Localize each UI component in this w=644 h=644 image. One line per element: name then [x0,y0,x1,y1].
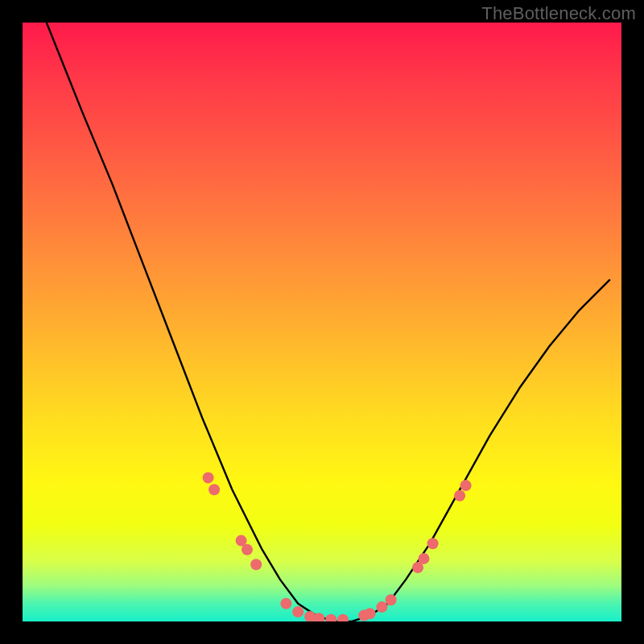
watermark-text: TheBottleneck.com [481,3,636,24]
curve-marker [365,608,376,619]
curve-marker [419,553,430,564]
chart-frame: TheBottleneck.com [0,0,644,644]
curve-marker [250,559,262,570]
curve-marker [460,480,472,491]
curve-marker [203,472,214,483]
curve-marker [242,544,253,555]
plot-area [23,23,621,621]
curve-marker [292,606,303,617]
curve-marker [386,594,397,605]
curve-marker [427,538,439,549]
curve-line [47,23,609,621]
curve-marker [208,484,220,495]
curve-marker [376,601,387,613]
bottleneck-curve [23,23,621,621]
curve-marker [337,614,349,621]
curve-marker [454,490,465,502]
curve-marker [280,598,291,609]
curve-marker [325,614,336,621]
